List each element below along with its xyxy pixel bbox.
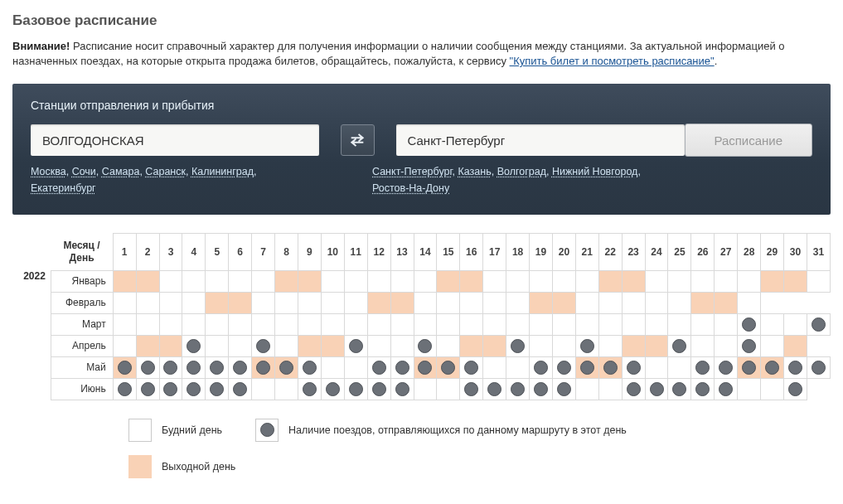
train-dot-icon [464, 382, 478, 396]
cal-day-cell [298, 292, 321, 313]
cal-day-cell [252, 292, 275, 313]
cal-day-cell [784, 356, 807, 378]
cal-day-cell [715, 378, 738, 400]
cal-day-cell [414, 292, 437, 313]
cal-day-header: 21 [575, 234, 598, 271]
city-link[interactable]: Самара [102, 166, 140, 177]
swap-button[interactable] [341, 124, 375, 156]
from-station-input[interactable] [31, 124, 319, 156]
cal-day-cell [645, 270, 668, 292]
cal-day-header: 1 [113, 234, 136, 271]
cal-day-header: 19 [530, 234, 553, 271]
train-dot-icon [303, 382, 317, 396]
cal-day-cell [622, 313, 645, 335]
cal-day-cell [414, 378, 437, 400]
cal-day-cell [691, 378, 715, 400]
train-dot-icon [580, 339, 594, 353]
city-link[interactable]: Саранск [145, 166, 186, 177]
cal-day-cell [552, 356, 575, 378]
quick-cities-row: Москва, Сочи, Самара, Саранск, Калинингр… [31, 157, 812, 196]
cal-day-cell [598, 335, 622, 356]
cal-day-cell [668, 378, 691, 400]
city-link[interactable]: Сочи [72, 166, 96, 177]
cal-day-cell [252, 356, 275, 378]
to-station-input[interactable] [396, 124, 685, 156]
city-link[interactable]: Санкт-Петербург [372, 166, 453, 177]
city-link[interactable]: Казань [458, 166, 491, 177]
cal-day-cell [344, 378, 367, 400]
train-dot-icon [210, 382, 224, 396]
cal-day-cell [738, 356, 761, 378]
cal-day-header: 4 [182, 234, 206, 271]
train-dot-icon [256, 339, 270, 353]
cal-day-cell [367, 356, 390, 378]
cal-day-cell [321, 335, 344, 356]
train-dot-icon [788, 382, 802, 396]
cal-day-cell [321, 292, 344, 313]
train-dot-icon [349, 339, 363, 353]
search-row: Расписание [31, 124, 812, 157]
cal-day-cell [691, 292, 715, 313]
cal-day-cell [367, 313, 390, 335]
cal-day-cell [575, 335, 598, 356]
cal-month-name: Март [51, 313, 113, 335]
page-title: Базовое расписание [12, 12, 831, 29]
train-dot-icon [187, 361, 201, 375]
cal-day-cell [229, 335, 252, 356]
cal-day-cell [252, 335, 275, 356]
notice-link[interactable]: "Купить билет и посмотреть расписание" [510, 55, 715, 67]
cal-day-cell [136, 378, 159, 400]
cal-day-cell [275, 356, 298, 378]
cal-day-cell [645, 313, 668, 335]
cal-day-cell [321, 313, 344, 335]
cal-day-cell [182, 356, 206, 378]
cal-day-cell [159, 378, 182, 400]
cal-day-cell [622, 270, 645, 292]
city-link[interactable]: Нижний Новгород [552, 166, 638, 177]
city-link[interactable]: Москва [31, 166, 66, 177]
train-dot-icon [487, 382, 501, 396]
notice-strong: Внимание! [12, 40, 70, 52]
cal-day-cell [298, 313, 321, 335]
cal-day-cell [715, 292, 738, 313]
city-link[interactable]: Екатеринбург [31, 182, 96, 194]
cal-day-cell [668, 313, 691, 335]
train-dot-icon [695, 382, 710, 396]
cal-day-header: 17 [483, 234, 506, 271]
train-dot-icon [418, 339, 432, 353]
cal-year: 2022 [12, 270, 51, 292]
cal-day-cell [575, 378, 598, 400]
cal-day-cell [182, 335, 206, 356]
cal-day-cell [390, 378, 414, 400]
cal-day-cell [182, 378, 206, 400]
cal-day-cell [367, 378, 390, 400]
city-link[interactable]: Калининград [191, 166, 254, 177]
cal-day-cell [598, 270, 622, 292]
city-link[interactable]: Волгоград [497, 166, 546, 177]
cal-day-cell [506, 335, 530, 356]
cal-day-header: 11 [344, 234, 367, 271]
cal-day-cell [460, 356, 483, 378]
cal-day-cell [506, 313, 530, 335]
train-dot-icon [742, 339, 756, 353]
cal-day-cell [206, 356, 229, 378]
cal-day-cell [807, 270, 830, 292]
train-dot-icon [580, 361, 594, 375]
cal-day-header: 28 [738, 234, 761, 271]
train-dot-icon [511, 382, 525, 396]
cal-day-cell [622, 378, 645, 400]
train-dot-icon [141, 382, 155, 396]
cal-day-cell [275, 270, 298, 292]
cal-day-cell [390, 335, 414, 356]
cal-day-cell [552, 378, 575, 400]
cal-day-cell [275, 335, 298, 356]
schedule-button[interactable]: Расписание [685, 124, 813, 157]
cal-day-header: 27 [715, 234, 738, 271]
cal-day-cell [575, 313, 598, 335]
cal-day-header: 31 [807, 234, 830, 271]
cal-day-cell [506, 292, 530, 313]
train-dot-icon [233, 382, 247, 396]
city-link[interactable]: Ростов-На-Дону [372, 182, 449, 194]
cal-day-cell [390, 356, 414, 378]
cal-day-cell [622, 335, 645, 356]
